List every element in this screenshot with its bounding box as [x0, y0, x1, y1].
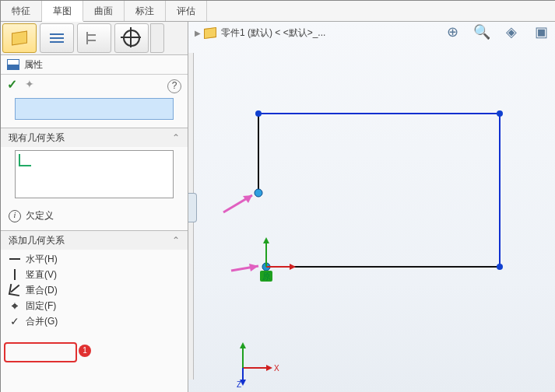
relation-fix-label: 固定(F) — [26, 299, 56, 313]
confirm-row: ✓ ✦ — [1, 75, 188, 93]
section-add-relations[interactable]: 添加几何关系 ⌃ — [1, 231, 188, 250]
overflow-tab[interactable] — [150, 23, 164, 53]
sketch-point[interactable] — [255, 110, 262, 117]
merge-icon: ✓ — [9, 315, 21, 327]
status-text: 欠定义 — [26, 209, 54, 222]
tab-sketch[interactable]: 草图 — [42, 1, 83, 22]
section-add-label: 添加几何关系 — [9, 234, 65, 247]
config-manager-tab[interactable] — [77, 23, 111, 53]
relation-merge[interactable]: ✓ 合并(G) — [1, 313, 188, 329]
feature-manager-tab[interactable] — [2, 23, 37, 53]
tab-feature[interactable]: 特征 — [1, 1, 42, 21]
ok-button[interactable]: ✓ — [7, 77, 17, 92]
relation-fix[interactable]: ⌖ 固定(F) — [1, 298, 188, 313]
tab-evaluate[interactable]: 评估 — [166, 1, 207, 21]
section-existing-label: 现有几何关系 — [9, 131, 65, 145]
help-icon[interactable]: ? — [167, 79, 181, 93]
relation-coincident[interactable]: 重合(D) — [1, 282, 188, 298]
properties-icon — [7, 59, 19, 70]
origin-label: 原 — [262, 271, 271, 281]
property-manager-tab[interactable] — [40, 23, 74, 53]
dimxpert-tab[interactable] — [114, 23, 149, 53]
tab-annotate[interactable]: 标注 — [125, 1, 166, 21]
existing-relations-list[interactable] — [15, 150, 174, 198]
coincident-icon — [9, 284, 21, 296]
target-icon — [123, 30, 140, 47]
svg-marker-3 — [263, 237, 269, 243]
sketch-endpoint-selected[interactable] — [255, 189, 262, 197]
list-icon — [50, 33, 64, 44]
sketch-svg: 原 X Z — [188, 22, 554, 387]
relation-vertical[interactable]: 竖直(V) — [1, 267, 188, 282]
properties-header: 属性 — [1, 55, 188, 75]
svg-marker-5 — [249, 264, 258, 271]
axis-x-label: X — [274, 364, 279, 373]
relation-vertical-label: 竖直(V) — [26, 268, 57, 282]
relation-horizontal[interactable]: 水平(H) — [1, 251, 188, 267]
add-relations-list: 水平(H) 竖直(V) 重合(D) ⌖ 固定(F) — [1, 250, 188, 335]
horizontal-icon — [9, 253, 21, 265]
sketch-point[interactable] — [497, 264, 503, 270]
svg-marker-11 — [240, 342, 246, 348]
section-existing-relations[interactable]: 现有几何关系 ⌃ — [1, 128, 188, 147]
relation-coincident-label: 重合(D) — [26, 284, 58, 297]
svg-marker-1 — [290, 264, 296, 270]
info-icon: i — [9, 210, 21, 222]
manager-tabs — [1, 22, 188, 55]
relation-horizontal-label: 水平(H) — [26, 253, 58, 266]
chevron-up-icon: ⌃ — [172, 132, 180, 143]
pin-button[interactable]: ✦ — [25, 78, 34, 90]
fix-icon: ⌖ — [9, 299, 21, 312]
svg-marker-7 — [266, 365, 272, 371]
vertical-icon — [9, 268, 21, 281]
tab-surface[interactable]: 曲面 — [83, 1, 125, 21]
chevron-up-icon: ⌃ — [172, 235, 180, 246]
selection-box[interactable] — [15, 98, 174, 120]
properties-title: 属性 — [24, 58, 43, 72]
graphics-area[interactable]: ▶ 零件1 (默认) < <默认>_... ⊕ 🔍 ◈ ▣ — [188, 22, 555, 392]
status-row: i 欠定义 — [1, 206, 188, 230]
annotation-badge: 1 — [79, 345, 91, 357]
perpendicular-icon — [19, 154, 31, 166]
annotation-highlight — [4, 342, 77, 362]
cube-icon — [12, 31, 27, 46]
sketch-point[interactable] — [497, 110, 503, 117]
ribbon-tabs: 特征 草图 曲面 标注 评估 — [1, 1, 555, 22]
tree-icon — [86, 32, 102, 44]
axis-z-label: Z — [237, 380, 241, 387]
relation-merge-label: 合并(G) — [26, 315, 58, 328]
property-manager: 属性 ? ✓ ✦ 现有几何关系 ⌃ i 欠定义 — [1, 22, 188, 392]
